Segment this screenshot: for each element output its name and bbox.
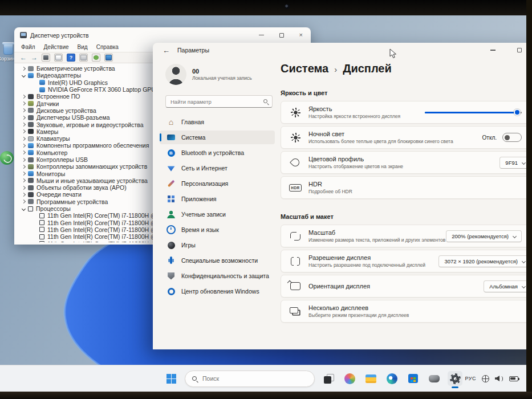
sidebar-item-time[interactable]: Время и язык <box>160 223 275 237</box>
taskbar-task-view-icon[interactable] <box>321 371 336 386</box>
sidebar-item-personalization[interactable]: Персонализация <box>160 177 275 190</box>
firmware-icon <box>28 94 34 99</box>
taskbar-gamepad-icon[interactable] <box>427 371 441 386</box>
battery-icon[interactable] <box>509 376 518 381</box>
maximize-icon[interactable] <box>517 48 522 52</box>
toggle-switch[interactable] <box>502 133 522 142</box>
taskbar-copilot-icon[interactable] <box>342 371 357 386</box>
expander-icon[interactable] <box>22 116 26 120</box>
scan-icon[interactable] <box>92 54 100 62</box>
page-title: Дисплей <box>343 62 392 75</box>
dropdown-value: 200% (рекомендуется) <box>452 233 509 239</box>
menu-item[interactable]: Файл <box>21 44 35 50</box>
help-icon[interactable] <box>67 54 75 62</box>
expander-icon[interactable] <box>22 178 26 182</box>
slider-knob[interactable] <box>514 109 521 116</box>
expander-icon[interactable] <box>22 129 26 133</box>
settings-card-orientation[interactable]: Ориентация дисплеяАльбомная <box>281 275 526 298</box>
home-icon <box>166 117 176 127</box>
taskbar-explorer-icon[interactable] <box>363 371 378 386</box>
device-manager-titlebar[interactable]: Диспетчер устройств × <box>14 27 311 43</box>
menu-item[interactable]: Справка <box>96 44 119 50</box>
settings-card-multiple-displays[interactable]: Несколько дисплеевВыберите режим презент… <box>281 300 526 323</box>
tray-chevron-up-icon[interactable] <box>455 377 460 381</box>
maximize-icon[interactable] <box>279 33 284 38</box>
settings-card-hdr[interactable]: HDRПодробнее об HDR <box>281 176 526 199</box>
menu-item[interactable]: Действие <box>44 44 69 50</box>
expander-icon[interactable] <box>22 172 26 176</box>
settings-card-scale[interactable]: МасштабИзменение размера текста, приложе… <box>281 225 526 247</box>
taskbar-search[interactable] <box>185 370 315 387</box>
expander-icon[interactable] <box>22 108 26 112</box>
settings-card-color-profile[interactable]: Цветовой профильНастроить отображение цв… <box>281 151 526 174</box>
expander-icon[interactable] <box>22 199 26 203</box>
settings-card-brightness[interactable]: ЯркостьНастройка яркости встроенного дис… <box>281 101 526 124</box>
sidebar-item-home[interactable]: Главная <box>160 115 275 129</box>
expander-icon[interactable] <box>22 101 26 105</box>
orientation-dropdown[interactable]: Альбомная <box>484 280 526 292</box>
minimize-icon[interactable] <box>259 35 264 35</box>
expander-icon[interactable] <box>22 144 26 148</box>
keyboard-icon <box>28 136 34 141</box>
network-globe-icon[interactable] <box>482 375 489 382</box>
card-text: Несколько дисплеевВыберите режим презент… <box>308 300 521 322</box>
expander-icon[interactable] <box>22 74 26 78</box>
taskbar-edge-icon[interactable] <box>384 371 399 386</box>
console-icon[interactable] <box>42 54 50 62</box>
settings-card-night-light[interactable]: Ночной светИспользовать более теплые цве… <box>281 126 526 149</box>
taskbar-search-input[interactable] <box>201 374 293 382</box>
resolution-dropdown[interactable]: 3072 × 1920 (рекомендуется) <box>438 255 526 267</box>
monitor-icon[interactable] <box>104 54 113 62</box>
sidebar-item-accessibility[interactable]: Специальные возможности <box>160 254 275 267</box>
menu-item[interactable]: Вид <box>78 44 88 50</box>
cpu-icon <box>28 206 33 211</box>
sidebar-item-system[interactable]: Система <box>160 131 275 144</box>
sidebar-item-gaming[interactable]: Игры <box>160 238 275 252</box>
sidebar-item-bluetooth[interactable]: Bluetooth и устройства <box>160 146 275 160</box>
breadcrumb-parent[interactable]: Система <box>281 62 328 75</box>
sidebar-item-accounts[interactable]: Учетные записи <box>160 207 275 221</box>
back-icon[interactable]: ← <box>163 46 170 55</box>
card-text: Цветовой профильНастроить отображение цв… <box>308 152 493 173</box>
color-profile-dropdown[interactable]: 9F91 <box>499 157 526 169</box>
expander-icon[interactable] <box>22 67 26 71</box>
sidebar-item-apps[interactable]: Приложения <box>160 192 275 206</box>
language-indicator[interactable]: РУС <box>465 376 476 381</box>
volume-icon[interactable] <box>495 375 503 382</box>
back-arrow-icon[interactable]: ← <box>20 54 27 61</box>
sidebar-item-update[interactable]: Центр обновления Windows <box>160 284 275 298</box>
card-text: Разрешение дисплеяНастроить разрешение п… <box>308 250 432 272</box>
expander-icon[interactable] <box>22 123 26 127</box>
close-icon[interactable]: × <box>299 32 303 38</box>
expander-icon[interactable] <box>22 165 26 169</box>
expander-icon[interactable] <box>22 207 26 211</box>
update-icon[interactable] <box>79 54 88 62</box>
expander-icon[interactable] <box>22 137 26 141</box>
sidebar-item-privacy[interactable]: Конфиденциальность и защита <box>160 269 275 283</box>
minimize-icon[interactable] <box>490 50 496 50</box>
account-summary[interactable]: 00 Локальная учетная запись <box>165 64 252 85</box>
tree-item-label: Встроенное ПО <box>36 93 80 100</box>
mouse-cursor <box>389 48 399 60</box>
taskbar-start-icon[interactable] <box>164 371 178 386</box>
scale-dropdown[interactable]: 200% (рекомендуется) <box>446 230 522 242</box>
printer-icon <box>28 192 34 197</box>
sidebar-item-network[interactable]: Сеть и Интернет <box>160 161 275 175</box>
brightness-slider[interactable] <box>425 109 522 116</box>
expander-icon[interactable] <box>22 95 26 99</box>
settings-search-input[interactable] <box>165 95 273 108</box>
sidebar-item-label: Специальные возможности <box>181 257 258 264</box>
video-adapter-icon <box>28 73 34 78</box>
properties-icon[interactable] <box>54 54 63 62</box>
settings-card-resolution[interactable]: Разрешение дисплеяНастроить разрешение п… <box>281 250 526 272</box>
expander-icon[interactable] <box>22 193 26 197</box>
tree-item-label: Дисковые устройства <box>36 107 96 114</box>
forward-arrow-icon[interactable]: → <box>31 54 38 61</box>
cpu-icon <box>39 227 44 232</box>
expander-icon[interactable] <box>22 157 26 161</box>
color-profile-icon <box>289 158 302 166</box>
settings-titlebar[interactable]: ← Параметры <box>153 43 526 58</box>
expander-icon[interactable] <box>22 150 26 154</box>
expander-icon[interactable] <box>22 186 26 190</box>
taskbar-store-icon[interactable] <box>405 371 420 386</box>
